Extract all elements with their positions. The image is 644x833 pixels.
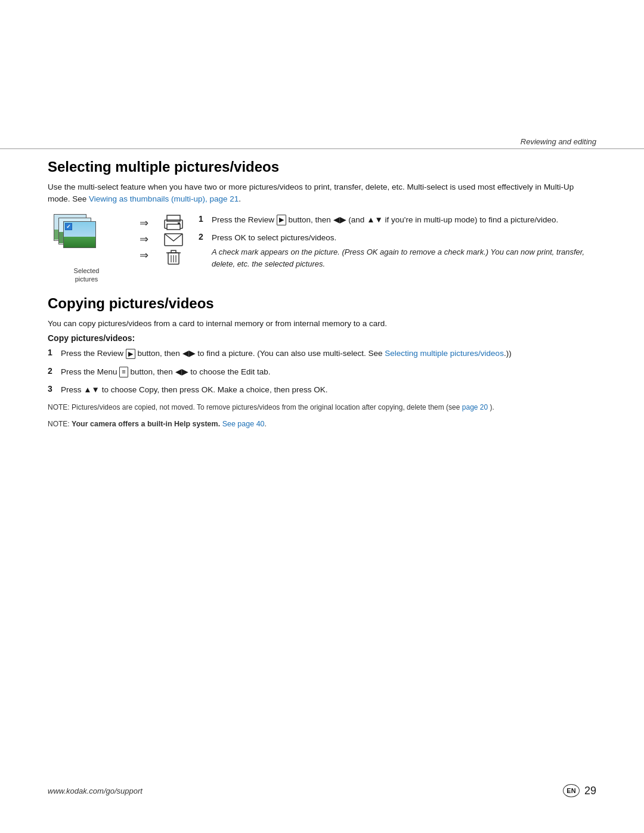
note2-label: NOTE: bbox=[48, 420, 72, 428]
grass-area bbox=[64, 237, 95, 247]
copy-step1-text: Press the Review ▶ button, then ◀▶ to fi… bbox=[61, 349, 512, 358]
main-content: Selecting multiple pictures/videos Use t… bbox=[0, 159, 644, 430]
copy-step3-text: Press ▲▼ to choose Copy, then press OK. … bbox=[61, 385, 327, 394]
note2-bold: Your camera offers a built-in Help syste… bbox=[72, 420, 220, 428]
page20-link[interactable]: page 20 bbox=[462, 403, 488, 411]
section2-title: Copying pictures/videos bbox=[48, 295, 596, 312]
step1-number: 1 bbox=[199, 214, 208, 224]
steps-column: 1 Press the Review ▶ button, then ◀▶ (an… bbox=[199, 214, 596, 276]
note1: NOTE: Pictures/videos are copied, not mo… bbox=[48, 402, 596, 413]
selecting-link[interactable]: Selecting multiple pictures/videos bbox=[385, 349, 504, 358]
section-copying: Copying pictures/videos You can copy pic… bbox=[48, 295, 596, 430]
copy-step3-number: 3 bbox=[48, 384, 57, 394]
note1-label: NOTE: bbox=[48, 403, 72, 411]
illustration-caption: Selected pictures bbox=[74, 267, 100, 284]
printer-icon bbox=[163, 214, 184, 231]
copy-step2: 2 Press the Menu ≡ button, then ◀▶ to ch… bbox=[48, 366, 596, 378]
svg-rect-7 bbox=[171, 250, 176, 253]
step2-italic: A check mark appears on the picture. (Pr… bbox=[212, 246, 596, 270]
illustration-area: ✓ Selected pictures ⇒ ⇒ ⇒ bbox=[48, 214, 596, 284]
step2-number: 2 bbox=[199, 232, 208, 241]
illustration-box: ✓ Selected pictures bbox=[48, 214, 125, 284]
footer-page-area: EN 29 bbox=[563, 784, 596, 797]
section-selecting: Selecting multiple pictures/videos Use t… bbox=[48, 159, 596, 283]
envelope-icon bbox=[164, 233, 183, 246]
page40-link[interactable]: See page 40 bbox=[222, 420, 265, 428]
section-label: Reviewing and editing bbox=[521, 137, 596, 146]
copy-step1: 1 Press the Review ▶ button, then ◀▶ to … bbox=[48, 348, 596, 360]
step1: 1 Press the Review ▶ button, then ◀▶ (an… bbox=[199, 214, 596, 226]
trash-icon bbox=[166, 249, 181, 265]
en-badge: EN bbox=[563, 784, 580, 797]
action-icons-column bbox=[163, 214, 184, 262]
checkmark-icon: ✓ bbox=[65, 223, 72, 230]
arrow-printer-icon: ⇒ bbox=[140, 218, 148, 228]
svg-rect-3 bbox=[178, 222, 180, 224]
top-blank-area bbox=[0, 0, 644, 137]
menu-btn-symbol: ≡ bbox=[119, 367, 128, 377]
arrow-email-icon: ⇒ bbox=[140, 234, 148, 244]
page: Reviewing and editing Selecting multiple… bbox=[0, 0, 644, 833]
arrows-column: ⇒ ⇒ ⇒ bbox=[140, 214, 148, 262]
svg-rect-2 bbox=[167, 224, 180, 230]
page-number: 29 bbox=[584, 785, 596, 797]
review-button-symbol: ▶ bbox=[277, 215, 286, 225]
section1-title: Selecting multiple pictures/videos bbox=[48, 159, 596, 175]
copy-step3: 3 Press ▲▼ to choose Copy, then press OK… bbox=[48, 384, 596, 396]
step1-text: Press the Review ▶ button, then ◀▶ (and … bbox=[212, 215, 558, 224]
section2-intro: You can copy pictures/videos from a card… bbox=[48, 318, 596, 330]
footer: www.kodak.com/go/support EN 29 bbox=[48, 784, 596, 797]
camera-thumbnails: ✓ bbox=[54, 214, 119, 262]
thumbnails-link[interactable]: Viewing as thumbnails (multi-up), page 2… bbox=[89, 194, 239, 203]
arrow-trash-icon: ⇒ bbox=[140, 250, 148, 261]
section-header: Reviewing and editing bbox=[0, 137, 644, 149]
thumb-front: ✓ bbox=[63, 221, 96, 248]
review-btn-symbol2: ▶ bbox=[126, 349, 135, 359]
footer-url: www.kodak.com/go/support bbox=[48, 786, 143, 795]
section1-intro: Use the multi-select feature when you ha… bbox=[48, 181, 596, 206]
copy-step1-number: 1 bbox=[48, 348, 57, 357]
step2-text: Press OK to select pictures/videos. bbox=[212, 233, 336, 242]
note2: NOTE: Your camera offers a built-in Help… bbox=[48, 419, 596, 430]
copy-subtitle: Copy pictures/videos: bbox=[48, 333, 596, 343]
copy-step2-text: Press the Menu ≡ button, then ◀▶ to choo… bbox=[61, 367, 271, 376]
copy-step2-number: 2 bbox=[48, 366, 57, 376]
step2: 2 Press OK to select pictures/videos. A … bbox=[199, 232, 596, 270]
